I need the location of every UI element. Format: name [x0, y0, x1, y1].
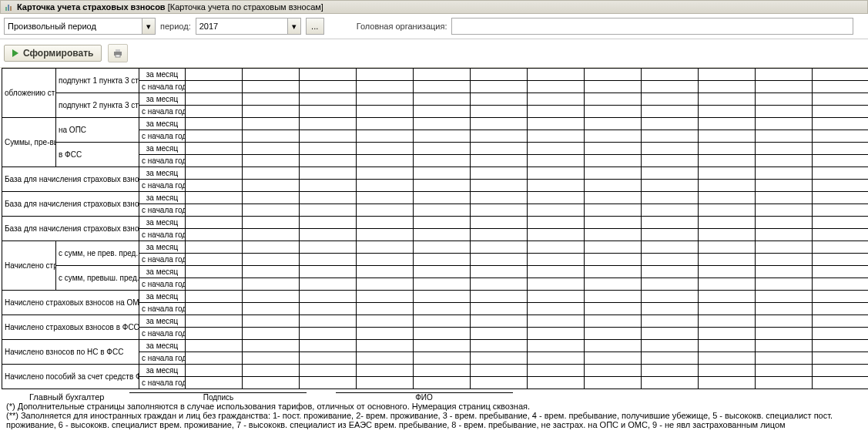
- data-cell: [756, 106, 813, 118]
- data-cell: [186, 303, 243, 315]
- row-subheader: в ФСС: [56, 143, 139, 167]
- data-cell: [756, 69, 813, 81]
- data-cell: [243, 315, 300, 328]
- data-cell: [585, 328, 642, 340]
- period-value-combo[interactable]: ▾: [196, 18, 301, 35]
- data-cell: [471, 192, 528, 204]
- period-sub: с начала года: [139, 303, 186, 315]
- row-header: База для начисления страховых взносов на…: [2, 167, 139, 192]
- data-cell: [300, 130, 357, 143]
- row-header: Суммы, пре-выш. устано-вленную п. 3 ст. …: [2, 118, 56, 167]
- data-cell: [414, 167, 471, 180]
- data-cell: [585, 118, 642, 130]
- data-cell: [414, 278, 471, 291]
- data-cell: [699, 217, 756, 229]
- data-cell: [243, 254, 300, 266]
- report-footer: Главный бухгалтер Подпись ФИО (*) Дополн…: [0, 389, 868, 431]
- data-cell: [357, 352, 414, 365]
- data-cell: [528, 192, 585, 204]
- data-cell: [357, 291, 414, 303]
- data-cell: [243, 155, 300, 167]
- data-cell: [813, 365, 869, 377]
- data-cell: [699, 180, 756, 192]
- data-cell: [414, 93, 471, 106]
- data-cell: [300, 278, 357, 291]
- data-cell: [642, 192, 699, 204]
- footnote-2: (**) Заполняется для иностранных граждан…: [6, 411, 862, 429]
- chevron-down-icon[interactable]: ▾: [142, 18, 155, 34]
- data-cell: [300, 352, 357, 365]
- data-cell: [642, 315, 699, 328]
- period-sub: с начала года: [139, 155, 186, 167]
- data-cell: [186, 167, 243, 180]
- form-button[interactable]: Сформировать: [4, 45, 102, 62]
- data-cell: [243, 69, 300, 81]
- data-cell: [471, 328, 528, 340]
- chevron-down-icon[interactable]: ▾: [287, 18, 300, 34]
- data-cell: [528, 254, 585, 266]
- data-cell: [642, 303, 699, 315]
- data-cell: [243, 365, 300, 377]
- data-cell: [813, 328, 869, 340]
- svg-rect-2: [10, 6, 12, 11]
- data-cell: [699, 340, 756, 352]
- period-sub: с начала года: [139, 254, 186, 266]
- data-cell: [699, 106, 756, 118]
- data-cell: [471, 266, 528, 278]
- period-picker-button[interactable]: ...: [306, 18, 324, 35]
- data-cell: [813, 229, 869, 241]
- data-cell: [186, 192, 243, 204]
- data-cell: [699, 130, 756, 143]
- data-cell: [186, 118, 243, 130]
- data-cell: [186, 143, 243, 155]
- data-cell: [300, 365, 357, 377]
- data-cell: [243, 81, 300, 93]
- data-cell: [642, 93, 699, 106]
- data-cell: [300, 254, 357, 266]
- data-cell: [357, 143, 414, 155]
- data-cell: [813, 106, 869, 118]
- period-value-input[interactable]: [196, 19, 287, 33]
- data-cell: [642, 130, 699, 143]
- data-cell: [813, 69, 869, 81]
- data-cell: [813, 340, 869, 352]
- data-cell: [471, 365, 528, 377]
- period-sub: с начала года: [139, 81, 186, 93]
- row-subheader: с сумм, превыш. пред. величину: [56, 266, 139, 291]
- data-cell: [414, 192, 471, 204]
- data-cell: [243, 130, 300, 143]
- period-sub: с начала года: [139, 352, 186, 365]
- data-cell: [300, 192, 357, 204]
- window-title: Карточка учета страховых взносов [Карточ…: [17, 2, 323, 12]
- data-cell: [585, 365, 642, 377]
- row-header: Начислено взносов по НС в ФСС: [2, 340, 139, 365]
- data-cell: [471, 204, 528, 217]
- period-type-combo[interactable]: ▾: [4, 18, 156, 35]
- period-sub: с начала года: [139, 130, 186, 143]
- data-cell: [414, 180, 471, 192]
- data-cell: [357, 254, 414, 266]
- data-cell: [642, 229, 699, 241]
- period-type-input[interactable]: [5, 19, 142, 33]
- data-cell: [300, 217, 357, 229]
- data-cell: [813, 291, 869, 303]
- data-cell: [186, 328, 243, 340]
- data-cell: [585, 155, 642, 167]
- data-cell: [243, 278, 300, 291]
- data-cell: [585, 93, 642, 106]
- data-cell: [528, 69, 585, 81]
- data-cell: [699, 241, 756, 254]
- data-cell: [813, 303, 869, 315]
- data-cell: [813, 241, 869, 254]
- data-cell: [813, 217, 869, 229]
- data-cell: [528, 155, 585, 167]
- svg-rect-1: [8, 5, 9, 11]
- row-subheader: подпункт 2 пункта 3 статьи 422: [56, 93, 139, 118]
- org-label: Головная организация:: [357, 22, 447, 31]
- data-cell: [243, 328, 300, 340]
- org-input[interactable]: [451, 18, 853, 35]
- data-cell: [414, 217, 471, 229]
- data-cell: [357, 81, 414, 93]
- print-settings-button[interactable]: [108, 44, 128, 62]
- printer-icon: [112, 48, 123, 59]
